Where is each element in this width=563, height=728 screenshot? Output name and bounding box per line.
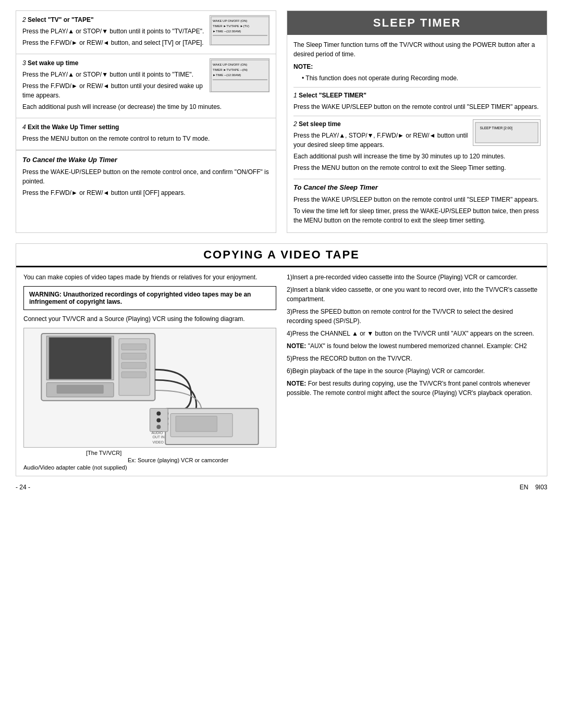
step2-device-svg: WAKE UP ON/OFF (ON) TIMER ►TV/TAPE ►(TV)… (210, 16, 270, 45)
footer-lang: EN (520, 484, 529, 491)
vcr-label: [The TV/VCR] (86, 450, 121, 456)
svg-text:WAKE UP  ON/OFF  (ON): WAKE UP ON/OFF (ON) (213, 63, 247, 66)
cancel-sleep-text2: To view the time left for sleep timer, p… (293, 206, 541, 225)
step2-section: WAKE UP ON/OFF (ON) TIMER ►TV/TAPE ►(TV)… (16, 11, 276, 54)
sleep-step2-text3: Press the MENU button on the remote cont… (293, 163, 541, 172)
sleep-step1-text1: Press the WAKE UP/SLEEP button on the re… (293, 102, 541, 112)
sleep-step1-title: 1 Select "SLEEP TIMER" (293, 91, 541, 100)
right-col-inner: The Sleep Timer function turns off the T… (287, 35, 547, 232)
cable-label-container: Audio/Video adapter cable (not supplied) (23, 464, 276, 471)
copying-header: COPYING A VIDEO TAPE (16, 244, 547, 267)
source-label: Ex: Source (playing) VCR or camcorder (128, 457, 228, 463)
warning-text: WARNING: Unauthorized recordings of copy… (29, 291, 251, 305)
svg-point-29 (156, 411, 161, 415)
copying-section: COPYING A VIDEO TAPE You can make copies… (16, 243, 547, 476)
step3-section: WAKE UP ON/OFF (ON) TIMER ►TV/TAPE ─(IN)… (16, 54, 276, 118)
vcr-diagram: AUDIO OUT IN VIDEO (23, 328, 276, 448)
step2-device-diagram: WAKE UP ON/OFF (ON) TIMER ►TV/TAPE ►(TV)… (210, 15, 270, 45)
cable-label: Audio/Video adapter cable (not supplied) (23, 464, 127, 471)
cancel-sleep-title: To Cancel the Sleep Timer (293, 182, 541, 193)
page-container: WAKE UP ON/OFF (ON) TIMER ►TV/TAPE ►(TV)… (16, 10, 547, 493)
step3-device-svg: WAKE UP ON/OFF (ON) TIMER ►TV/TAPE ─(IN)… (210, 59, 270, 92)
svg-text:TIMER   ►TV/TAPE  ►(TV): TIMER ►TV/TAPE ►(TV) (213, 24, 249, 28)
step3-device-diagram: WAKE UP ON/OFF (ON) TIMER ►TV/TAPE ─(IN)… (210, 58, 270, 92)
right-col: SLEEP TIMER The Sleep Timer function tur… (287, 10, 547, 233)
footer-right: EN 9I03 (520, 484, 547, 491)
copy-step-1: 1)Insert a pre-recorded video cassette i… (287, 273, 540, 282)
svg-rect-21 (57, 385, 103, 393)
svg-text:TIMER   ►TV/TAPE  ─(IN): TIMER ►TV/TAPE ─(IN) (213, 68, 248, 71)
cancel-wakeup-text1: Press the WAKE-UP/SLEEP button on the re… (22, 167, 270, 186)
svg-rect-19 (121, 372, 146, 378)
sleep-timer-header: SLEEP TIMER (287, 11, 547, 35)
svg-text:AUDIO: AUDIO (151, 431, 163, 435)
svg-rect-16 (121, 343, 146, 350)
step4-text1: Press the MENU button on the remote cont… (22, 134, 270, 143)
step4-section: 4 Exit the Wake Up Timer setting Press t… (16, 118, 276, 150)
source-label-container: Ex: Source (playing) VCR or camcorder (23, 457, 276, 463)
vcr-diagram-svg: AUDIO OUT IN VIDEO (24, 328, 276, 447)
vcr-diagram-container: AUDIO OUT IN VIDEO [The TV/VCR] Ex: Sour… (23, 328, 276, 471)
sleep-display-svg: SLEEP TIMER [2:00] (475, 121, 538, 144)
svg-rect-18 (121, 362, 146, 368)
svg-text:VIDEO: VIDEO (152, 440, 164, 444)
copy-step-4: 4)Press the CHANNEL ▲ or ▼ button on the… (287, 329, 540, 338)
step4-title: 4 Exit the Wake Up Timer setting (22, 122, 270, 132)
svg-text:SLEEP TIMER  [2:00]: SLEEP TIMER [2:00] (480, 126, 512, 130)
svg-rect-10 (475, 122, 538, 143)
top-section: WAKE UP ON/OFF (ON) TIMER ►TV/TAPE ►(TV)… (16, 10, 547, 233)
svg-rect-14 (49, 337, 111, 378)
copying-left: You can make copies of video tapes made … (23, 273, 276, 471)
sleep-step1-divider: 1 Select "SLEEP TIMER" Press the WAKE UP… (293, 87, 541, 112)
copying-steps: 1)Insert a pre-recorded video cassette i… (287, 273, 540, 398)
copying-right: 1)Insert a pre-recorded video cassette i… (287, 273, 540, 471)
diagram-labels: [The TV/VCR] (23, 450, 276, 456)
warning-box: WARNING: Unauthorized recordings of copy… (23, 286, 276, 310)
copying-content: You can make copies of video tapes made … (16, 267, 547, 476)
note-label: NOTE: (293, 62, 541, 71)
cancel-wakeup-text2: Press the F.FWD/► or REW/◄ button until … (22, 188, 270, 198)
svg-text:WAKE UP  ON/OFF  (ON): WAKE UP ON/OFF (ON) (213, 19, 247, 22)
left-col-inner: WAKE UP ON/OFF (ON) TIMER ►TV/TAPE ►(TV)… (16, 11, 276, 204)
footer-page: - 24 - (16, 484, 30, 491)
copy-note-2: NOTE: For best results during copying, u… (287, 379, 540, 398)
svg-rect-24 (176, 416, 217, 431)
sleep-timer-intro: The Sleep Timer function turns off the T… (293, 40, 541, 59)
note-bullet: • This function does not operate during … (302, 73, 541, 83)
footer-code: 9I03 (535, 484, 547, 491)
footer: - 24 - EN 9I03 (16, 482, 547, 493)
svg-text:►TIME   ─(12:30AM): ►TIME ─(12:30AM) (213, 30, 241, 33)
svg-point-31 (156, 425, 161, 429)
svg-rect-17 (121, 353, 146, 359)
svg-point-30 (156, 418, 161, 422)
cancel-sleep-text1: Press the WAKE UP/SLEEP button on the re… (293, 195, 541, 204)
cancel-wakeup-title: To Cancel the Wake Up Timer (22, 155, 270, 165)
copy-note-1: NOTE: "AUX" is found below the lowest nu… (287, 341, 540, 351)
sleep-timer-display: SLEEP TIMER [2:00] (473, 119, 541, 146)
connect-text: Connect your TV/VCR and a Source (Playin… (23, 314, 276, 324)
copying-intro: You can make copies of video tapes made … (23, 273, 276, 282)
copy-step-5: 5)Press the RECORD button on the TV/VCR. (287, 354, 540, 363)
sleep-step2-section: SLEEP TIMER [2:00] 2 Set sleep time Pres… (293, 116, 541, 175)
svg-text:►TIME   ─(12:30AM): ►TIME ─(12:30AM) (213, 73, 241, 77)
copy-step-2: 2)Insert a blank video cassette, or one … (287, 285, 540, 304)
cancel-wakeup-section: To Cancel the Wake Up Timer Press the WA… (16, 150, 276, 204)
step3-text3: Each additional push will increase (or d… (22, 102, 270, 112)
svg-text:OUT  IN: OUT IN (152, 435, 164, 439)
copy-step-3: 3)Press the SPEED button on remote contr… (287, 307, 540, 326)
copy-step-6: 6)Begin playback of the tape in the sour… (287, 366, 540, 376)
sleep-step2-text2: Each additional push will increase the t… (293, 152, 541, 161)
left-col: WAKE UP ON/OFF (ON) TIMER ►TV/TAPE ►(TV)… (16, 10, 276, 233)
cancel-sleep-section: To Cancel the Sleep Timer Press the WAKE… (293, 179, 541, 225)
